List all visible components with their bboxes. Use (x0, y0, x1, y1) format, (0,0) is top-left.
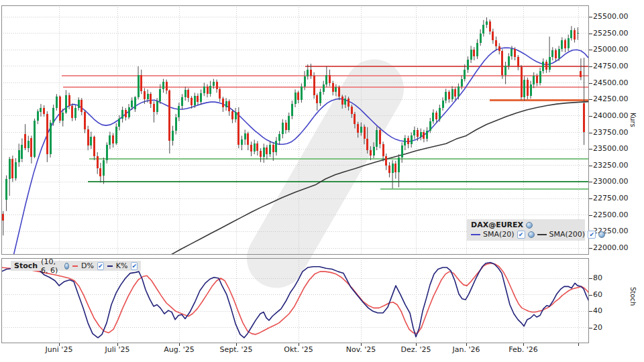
candle[interactable] (216, 82, 218, 90)
candle[interactable] (551, 50, 553, 57)
candle[interactable] (568, 38, 570, 49)
candle[interactable] (34, 121, 36, 157)
candle[interactable] (558, 49, 560, 58)
candle[interactable] (394, 164, 396, 172)
candle[interactable] (310, 70, 312, 76)
candle[interactable] (40, 108, 42, 112)
candle[interactable] (93, 137, 95, 156)
candle[interactable] (256, 143, 258, 151)
candle[interactable] (272, 145, 274, 152)
k-checkbox[interactable]: ✔ (131, 262, 138, 270)
candle[interactable] (175, 117, 177, 131)
candle[interactable] (250, 145, 252, 152)
candle[interactable] (288, 116, 290, 130)
candle[interactable] (50, 123, 52, 154)
d-checkbox[interactable]: ✔ (97, 262, 104, 270)
candle[interactable] (97, 156, 99, 168)
candle[interactable] (213, 82, 215, 86)
candle[interactable] (219, 89, 221, 99)
candle[interactable] (297, 93, 299, 100)
candle[interactable] (237, 112, 239, 145)
candle[interactable] (150, 94, 152, 104)
candle[interactable] (420, 132, 422, 137)
globe-icon[interactable] (64, 263, 69, 269)
candle[interactable] (521, 67, 523, 97)
candle[interactable] (448, 92, 450, 99)
candle[interactable] (458, 86, 460, 97)
candle[interactable] (166, 82, 168, 91)
candle[interactable] (228, 101, 230, 111)
candle[interactable] (21, 145, 23, 159)
candle[interactable] (385, 156, 387, 166)
globe-icon[interactable] (526, 222, 533, 229)
candle[interactable] (18, 150, 20, 162)
candle[interactable] (341, 97, 343, 105)
candle[interactable] (140, 75, 142, 92)
candle[interactable] (347, 99, 350, 107)
candle[interactable] (388, 166, 390, 173)
candle[interactable] (84, 112, 86, 129)
candle[interactable] (545, 62, 547, 70)
candle[interactable] (187, 90, 189, 98)
candle[interactable] (530, 84, 532, 97)
candle[interactable] (159, 89, 161, 101)
candle[interactable] (473, 50, 475, 56)
candle[interactable] (184, 90, 186, 97)
candle[interactable] (426, 131, 428, 139)
candle[interactable] (357, 124, 359, 133)
candle[interactable] (128, 107, 130, 117)
candle[interactable] (203, 86, 205, 94)
candle[interactable] (407, 138, 409, 144)
candle[interactable] (564, 40, 566, 48)
candle[interactable] (285, 123, 287, 130)
candle[interactable] (504, 66, 506, 75)
candle[interactable] (80, 100, 83, 112)
candle[interactable] (144, 91, 146, 99)
candle[interactable] (539, 71, 541, 83)
sma20-checkbox[interactable]: ✔ (517, 231, 525, 239)
candle[interactable] (52, 108, 54, 123)
candle[interactable] (561, 40, 563, 49)
candle[interactable] (498, 46, 500, 51)
candle[interactable] (319, 92, 321, 103)
candle[interactable] (260, 151, 262, 157)
candle[interactable] (225, 101, 227, 107)
candle[interactable] (62, 113, 64, 121)
candle[interactable] (470, 50, 472, 60)
candle[interactable] (435, 113, 437, 119)
candle[interactable] (555, 50, 557, 58)
candle[interactable] (313, 76, 315, 96)
candle[interactable] (527, 80, 529, 97)
candle[interactable] (291, 104, 293, 116)
candle[interactable] (235, 112, 237, 119)
candle[interactable] (24, 134, 26, 147)
candle[interactable] (207, 86, 209, 95)
candle[interactable] (266, 147, 268, 154)
candle[interactable] (574, 30, 576, 40)
candle[interactable] (323, 84, 325, 93)
candle[interactable] (59, 97, 61, 120)
candle[interactable] (209, 86, 211, 95)
candle[interactable] (570, 30, 572, 38)
candle[interactable] (112, 135, 114, 143)
candle[interactable] (263, 147, 265, 157)
candle[interactable] (121, 110, 123, 119)
candle[interactable] (398, 158, 400, 172)
candle[interactable] (304, 76, 306, 87)
candle[interactable] (442, 101, 444, 108)
candle[interactable] (480, 34, 482, 44)
candle[interactable] (392, 164, 394, 173)
candle[interactable] (351, 107, 353, 114)
globe-icon[interactable] (598, 231, 605, 238)
candle[interactable] (99, 168, 101, 176)
candle[interactable] (329, 75, 331, 83)
candle[interactable] (517, 57, 519, 67)
candle[interactable] (583, 103, 585, 131)
candle[interactable] (118, 119, 120, 127)
candle[interactable] (134, 97, 136, 109)
candle[interactable] (90, 137, 92, 145)
candle[interactable] (106, 145, 108, 160)
globe-icon[interactable] (528, 231, 535, 238)
candle[interactable] (275, 141, 277, 152)
candle[interactable] (74, 108, 76, 118)
